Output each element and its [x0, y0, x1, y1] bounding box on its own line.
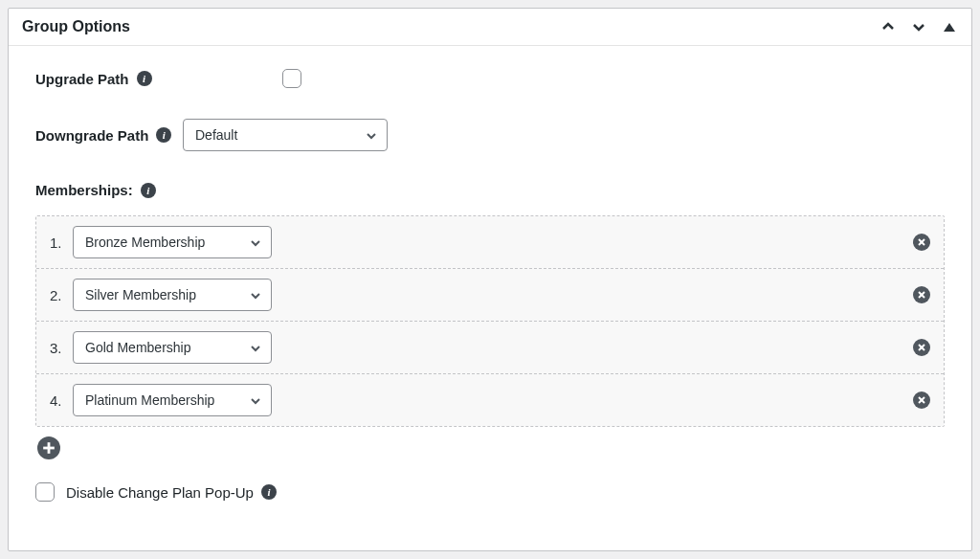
disable-popup-row: Disable Change Plan Pop-Up i	[35, 482, 945, 502]
group-options-panel: Group Options Upgrade Path i	[8, 8, 972, 551]
panel-header-controls	[880, 18, 958, 35]
chevron-down-icon[interactable]	[910, 18, 927, 35]
upgrade-path-row: Upgrade Path i	[35, 69, 945, 88]
chevron-down-icon	[250, 342, 261, 353]
info-icon[interactable]: i	[137, 71, 152, 86]
chevron-down-icon	[250, 394, 261, 406]
row-index: 1.	[50, 235, 73, 251]
panel-title: Group Options	[22, 18, 130, 35]
memberships-list: 1. Bronze Membership 2. Sil	[35, 215, 945, 427]
collapse-icon[interactable]	[941, 18, 958, 35]
row-index: 4.	[50, 392, 73, 409]
downgrade-path-label: Downgrade Path	[35, 127, 148, 144]
disable-popup-label: Disable Change Plan Pop-Up	[66, 484, 254, 501]
membership-select-value: Silver Membership	[85, 287, 196, 302]
remove-row-button[interactable]	[913, 234, 930, 251]
row-index: 2.	[50, 287, 73, 303]
panel-body: Upgrade Path i Downgrade Path i Default	[9, 46, 971, 550]
row-index: 3.	[50, 340, 73, 356]
disable-popup-checkbox[interactable]	[35, 482, 55, 502]
remove-row-button[interactable]	[913, 339, 930, 356]
membership-select[interactable]: Silver Membership	[73, 279, 272, 311]
membership-select-value: Platinum Membership	[85, 392, 214, 408]
remove-row-button[interactable]	[913, 286, 930, 303]
upgrade-path-checkbox[interactable]	[282, 69, 301, 88]
upgrade-path-label: Upgrade Path	[35, 71, 129, 87]
panel-header: Group Options	[9, 9, 971, 46]
membership-row[interactable]: 4. Platinum Membership	[36, 374, 944, 426]
chevron-down-icon	[250, 289, 261, 301]
membership-select-value: Bronze Membership	[85, 235, 205, 250]
info-icon[interactable]: i	[156, 127, 171, 143]
chevron-down-icon	[366, 129, 377, 141]
info-icon[interactable]: i	[141, 183, 156, 198]
membership-row[interactable]: 1. Bronze Membership	[36, 216, 944, 269]
add-membership-button[interactable]	[37, 436, 60, 459]
info-icon[interactable]: i	[261, 484, 277, 500]
membership-select[interactable]: Bronze Membership	[73, 226, 272, 258]
downgrade-path-value: Default	[195, 127, 237, 143]
membership-select-value: Gold Membership	[85, 340, 191, 355]
membership-row[interactable]: 3. Gold Membership	[36, 322, 944, 374]
downgrade-path-select[interactable]: Default	[183, 119, 388, 151]
chevron-up-icon[interactable]	[880, 18, 897, 35]
membership-row[interactable]: 2. Silver Membership	[36, 269, 944, 322]
chevron-down-icon	[250, 236, 261, 248]
membership-select[interactable]: Platinum Membership	[73, 384, 272, 416]
remove-row-button[interactable]	[913, 391, 930, 409]
memberships-label-row: Memberships: i	[35, 182, 945, 198]
membership-select[interactable]: Gold Membership	[73, 331, 272, 364]
downgrade-path-row: Downgrade Path i Default	[35, 119, 945, 151]
memberships-label: Memberships:	[35, 182, 133, 198]
